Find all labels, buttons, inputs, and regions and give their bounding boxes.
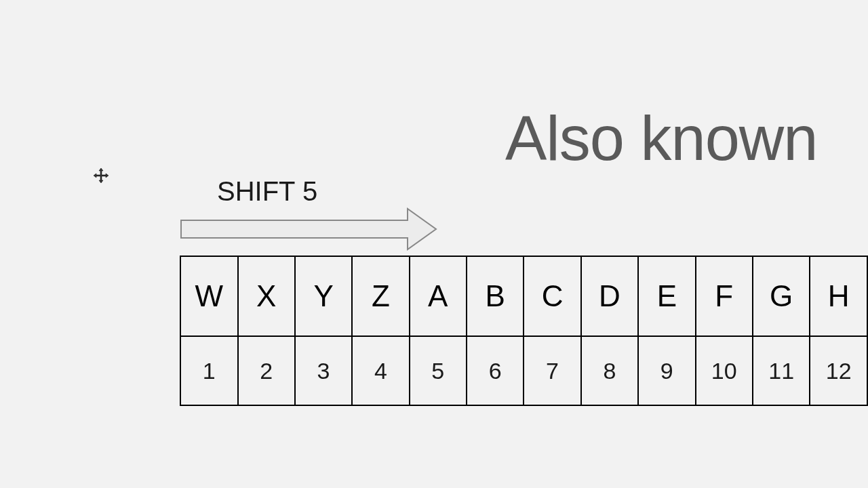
letter-cell: D xyxy=(581,256,638,336)
svg-marker-0 xyxy=(181,209,436,249)
letter-cell: E xyxy=(638,256,695,336)
number-cell: 7 xyxy=(524,336,580,405)
letters-row: W X Y Z A B C D E F G H xyxy=(180,256,867,336)
letter-cell: G xyxy=(753,256,810,336)
numbers-row: 1 2 3 4 5 6 7 8 9 10 11 12 xyxy=(180,336,867,405)
letter-cell: B xyxy=(467,256,524,336)
cipher-table: W X Y Z A B C D E F G H 1 2 3 4 5 6 7 8 … xyxy=(180,256,868,406)
number-cell: 9 xyxy=(638,336,695,405)
letter-cell: W xyxy=(180,256,238,336)
number-cell: 3 xyxy=(295,336,352,405)
shift-label: SHIFT 5 xyxy=(217,176,317,207)
letter-cell: F xyxy=(696,256,753,336)
heading-text: Also known xyxy=(505,103,817,174)
letter-cell: X xyxy=(238,256,295,336)
number-cell: 11 xyxy=(753,336,810,405)
number-cell: 1 xyxy=(180,336,238,405)
number-cell: 12 xyxy=(810,336,867,405)
number-cell: 8 xyxy=(581,336,638,405)
letter-cell: C xyxy=(524,256,580,336)
letter-cell: Z xyxy=(352,256,409,336)
number-cell: 4 xyxy=(352,336,409,405)
number-cell: 2 xyxy=(238,336,295,405)
number-cell: 5 xyxy=(410,336,467,405)
number-cell: 6 xyxy=(467,336,524,405)
letter-cell: H xyxy=(810,256,867,336)
number-cell: 10 xyxy=(696,336,753,405)
move-cursor-icon xyxy=(94,168,108,183)
shift-arrow-icon xyxy=(180,207,437,251)
letter-cell: Y xyxy=(295,256,352,336)
letter-cell: A xyxy=(410,256,467,336)
